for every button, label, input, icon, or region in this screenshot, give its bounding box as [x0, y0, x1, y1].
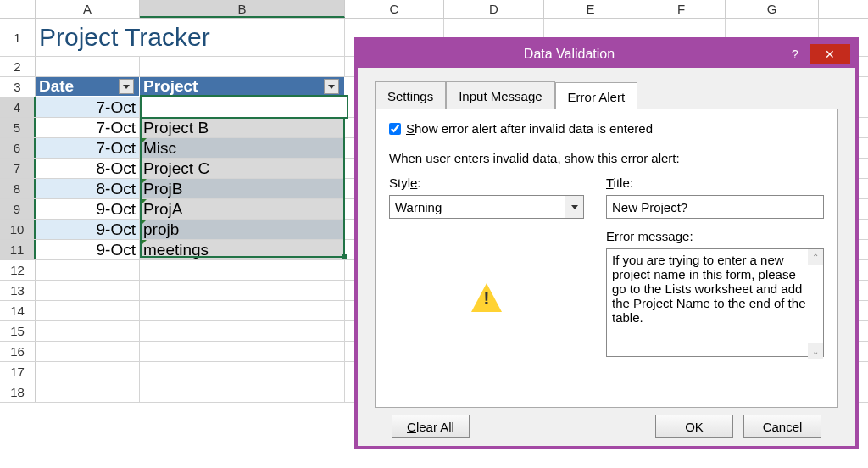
project-cell[interactable]: Misc — [140, 138, 345, 158]
row-header-3[interactable]: 3 — [0, 77, 36, 97]
tab-error-alert[interactable]: Error Alert — [555, 82, 638, 109]
error-indicator-icon — [140, 199, 147, 206]
project-cell-text: ProjA — [143, 200, 182, 219]
col-header-a[interactable]: A — [36, 0, 140, 18]
row-header-10[interactable]: 10 — [0, 220, 36, 239]
row-header-4[interactable]: 4 — [0, 98, 36, 117]
show-error-alert-checkbox[interactable] — [389, 123, 401, 135]
col-header-e[interactable]: E — [544, 0, 637, 18]
row-header-15[interactable]: 15 — [0, 321, 36, 341]
tab-panel-error-alert: SShow error alert after invalid data is … — [375, 109, 838, 408]
date-cell[interactable]: 9-Oct — [36, 220, 140, 239]
tab-settings[interactable]: Settings — [375, 81, 446, 109]
table-header-project[interactable]: Project — [140, 77, 345, 97]
row-header-17[interactable]: 17 — [0, 362, 36, 382]
help-button[interactable]: ? — [781, 44, 810, 64]
table-header-date[interactable]: Date — [36, 77, 140, 97]
show-error-alert-label: SShow error alert after invalid data is … — [406, 121, 653, 136]
row-header-16[interactable]: 16 — [0, 342, 36, 361]
style-dropdown-button[interactable] — [565, 196, 583, 218]
date-cell[interactable]: 7-Oct — [36, 98, 140, 117]
row-header-12[interactable]: 12 — [0, 260, 36, 280]
project-cell[interactable]: ProjB — [140, 179, 345, 198]
table-header-date-label: Date — [39, 77, 74, 96]
project-cell-text: Project A — [143, 98, 208, 117]
col-header-c[interactable]: C — [345, 0, 444, 18]
row-header-18[interactable]: 18 — [0, 382, 36, 402]
table-header-project-label: Project — [143, 77, 198, 96]
date-cell[interactable]: 8-Oct — [36, 159, 140, 178]
project-cell-text: Project B — [143, 119, 209, 137]
cell[interactable] — [140, 321, 345, 341]
row-header-1[interactable]: 1 — [0, 19, 36, 56]
cell[interactable] — [140, 57, 345, 76]
title-cell[interactable]: Project Tracker — [36, 19, 345, 56]
date-cell[interactable]: 9-Oct — [36, 240, 140, 259]
filter-button-date[interactable] — [119, 79, 134, 94]
col-header-d[interactable]: D — [444, 0, 544, 18]
cell[interactable] — [36, 342, 140, 361]
title-input[interactable] — [606, 195, 824, 219]
row-header-5[interactable]: 5 — [0, 118, 36, 137]
error-indicator-icon — [140, 179, 147, 186]
row-header-14[interactable]: 14 — [0, 301, 36, 320]
cell[interactable] — [140, 260, 345, 280]
cell[interactable] — [140, 301, 345, 320]
warning-icon — [470, 281, 504, 315]
ok-button[interactable]: OK — [655, 415, 733, 438]
project-cell-text: Project C — [143, 159, 209, 178]
title-field-label: Title: — [606, 176, 824, 190]
cell[interactable] — [140, 342, 345, 361]
project-cell[interactable]: Project A — [140, 98, 345, 117]
data-validation-dialog: Data Validation ? ✕ Settings Input Messa… — [354, 37, 859, 449]
row-header-13[interactable]: 13 — [0, 281, 36, 300]
date-cell[interactable]: 7-Oct — [36, 138, 140, 158]
clear-all-button[interactable]: Clear All — [392, 415, 470, 438]
error-indicator-icon — [140, 220, 147, 226]
scroll-up-button[interactable]: ⌃ — [808, 249, 823, 265]
cell[interactable] — [36, 57, 140, 76]
row-header-11[interactable]: 11 — [0, 240, 36, 259]
project-cell[interactable]: Project B — [140, 118, 345, 137]
dialog-title-bar[interactable]: Data Validation ? ✕ — [358, 41, 855, 68]
filter-button-project[interactable] — [324, 79, 339, 94]
select-all-corner[interactable] — [0, 0, 36, 18]
style-select[interactable]: Warning — [389, 195, 584, 219]
cell[interactable] — [36, 362, 140, 382]
cell[interactable] — [140, 362, 345, 382]
error-message-textarea[interactable] — [606, 248, 824, 357]
row-header-2[interactable]: 2 — [0, 57, 36, 76]
date-cell[interactable]: 7-Oct — [36, 118, 140, 137]
project-cell[interactable]: meetings — [140, 240, 345, 259]
project-cell-text: projb — [143, 220, 179, 239]
date-cell[interactable]: 9-Oct — [36, 199, 140, 219]
project-cell[interactable]: Project C — [140, 159, 345, 178]
intro-text: When user enters invalid data, show this… — [389, 151, 824, 165]
row-header-8[interactable]: 8 — [0, 179, 36, 198]
error-indicator-icon — [140, 240, 147, 247]
cell[interactable] — [36, 260, 140, 280]
col-header-f[interactable]: F — [637, 0, 726, 18]
cell[interactable] — [36, 301, 140, 320]
project-cell-text: ProjB — [143, 180, 182, 198]
col-header-g[interactable]: G — [726, 0, 819, 18]
date-cell[interactable]: 8-Oct — [36, 179, 140, 198]
cell[interactable] — [36, 281, 140, 300]
cell[interactable] — [36, 321, 140, 341]
cell[interactable] — [36, 382, 140, 402]
row-header-6[interactable]: 6 — [0, 138, 36, 158]
row-header-7[interactable]: 7 — [0, 159, 36, 178]
tab-input-message[interactable]: Input Message — [446, 81, 554, 109]
project-cell[interactable]: projb — [140, 220, 345, 239]
chevron-down-icon — [123, 85, 130, 89]
error-indicator-icon — [140, 138, 147, 145]
cell[interactable] — [140, 281, 345, 300]
cancel-button[interactable]: Cancel — [743, 415, 821, 438]
scroll-down-button[interactable]: ⌄ — [808, 343, 823, 359]
style-value: Warning — [395, 200, 442, 214]
project-cell[interactable]: ProjA — [140, 199, 345, 219]
row-header-9[interactable]: 9 — [0, 199, 36, 219]
close-button[interactable]: ✕ — [810, 44, 850, 64]
cell[interactable] — [140, 382, 345, 402]
col-header-b[interactable]: B — [140, 0, 345, 18]
